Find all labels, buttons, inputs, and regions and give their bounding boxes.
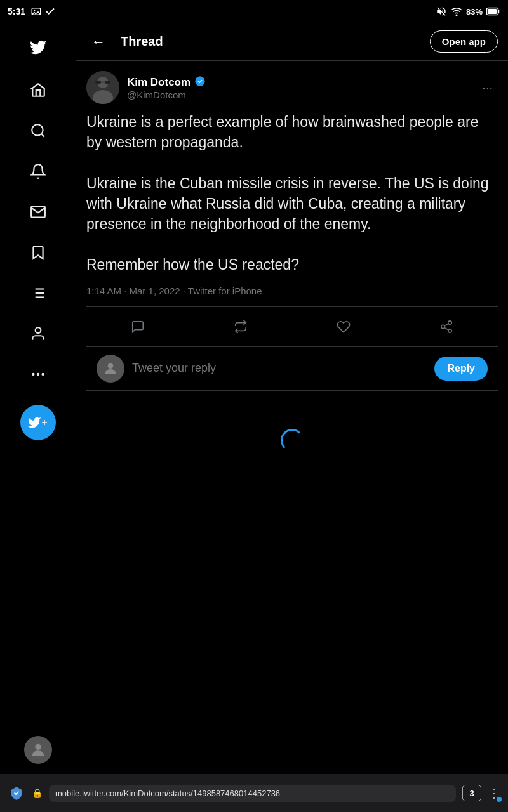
main-content: ← Thread Open app xyxy=(76,23,508,774)
loading-area xyxy=(86,391,498,490)
battery-icon xyxy=(486,7,500,16)
photo-icon xyxy=(30,6,42,17)
browser-tabs-button[interactable]: 3 xyxy=(462,785,481,801)
reply-input[interactable] xyxy=(132,362,427,375)
wifi-icon xyxy=(451,6,462,17)
share-action[interactable] xyxy=(432,315,461,339)
tweet-meta: 1:14 AM · Mar 1, 2022 · Twitter for iPho… xyxy=(86,285,498,296)
reply-submit-button[interactable]: Reply xyxy=(434,357,488,381)
author-name-row: Kim Dotcom xyxy=(127,75,469,89)
compose-button[interactable] xyxy=(20,405,56,440)
reply-avatar xyxy=(97,355,124,383)
status-time: 5:31 xyxy=(8,6,25,16)
status-bar: 5:31 83% xyxy=(0,0,508,23)
battery-level: 83% xyxy=(466,7,483,16)
sidebar-item-messages[interactable] xyxy=(20,194,56,230)
verified-icon xyxy=(194,75,206,89)
svg-point-32 xyxy=(108,363,114,369)
tweet-author-row: Kim Dotcom @KimDotcom ··· xyxy=(86,71,498,104)
browser-url[interactable]: mobile.twitter.com/KimDotcom/status/1498… xyxy=(49,785,456,802)
svg-point-2 xyxy=(456,15,457,16)
sidebar-item-home[interactable] xyxy=(20,72,56,108)
svg-point-26 xyxy=(196,76,205,86)
sidebar-item-bookmarks[interactable] xyxy=(20,235,56,270)
svg-point-19 xyxy=(35,744,41,750)
mute-icon xyxy=(436,6,447,17)
author-handle[interactable]: @KimDotcom xyxy=(127,89,469,100)
twitter-logo-icon[interactable] xyxy=(20,29,56,65)
brave-shield-icon[interactable] xyxy=(8,784,25,802)
status-right-icons: 83% xyxy=(436,6,500,17)
svg-line-30 xyxy=(444,327,448,330)
tweet-paragraph-1: Ukraine is a perfect example of how brai… xyxy=(86,114,479,150)
sidebar-item-search[interactable] xyxy=(20,113,56,148)
sidebar-item-profile[interactable] xyxy=(20,316,56,351)
sidebar xyxy=(0,23,76,774)
svg-point-14 xyxy=(32,373,34,376)
svg-rect-24 xyxy=(105,81,110,84)
user-avatar[interactable] xyxy=(24,736,52,764)
svg-line-31 xyxy=(444,323,448,325)
thread-header: ← Thread Open app xyxy=(76,23,508,61)
reply-bar: Reply xyxy=(86,347,498,391)
tweet-paragraph-3: Remember how the US reacted? xyxy=(86,256,299,273)
loading-spinner xyxy=(281,429,304,452)
thread-title: Thread xyxy=(121,34,420,49)
more-options-button[interactable]: ··· xyxy=(477,78,498,98)
svg-point-5 xyxy=(32,124,43,135)
svg-point-16 xyxy=(41,373,44,376)
sidebar-item-notifications[interactable] xyxy=(20,154,56,189)
tweet-container: Kim Dotcom @KimDotcom ··· Ukraine is a p… xyxy=(76,61,508,500)
back-button[interactable]: ← xyxy=(86,31,110,53)
lock-icon: 🔒 xyxy=(32,788,43,798)
svg-point-15 xyxy=(37,373,39,376)
author-name[interactable]: Kim Dotcom xyxy=(127,76,190,89)
author-info: Kim Dotcom @KimDotcom xyxy=(127,75,469,100)
svg-rect-23 xyxy=(95,81,101,84)
open-app-button[interactable]: Open app xyxy=(430,30,498,53)
actions-row xyxy=(86,307,498,347)
comment-action[interactable] xyxy=(123,315,152,339)
svg-point-28 xyxy=(441,325,445,329)
status-left-icons xyxy=(30,6,56,17)
browser-more-button[interactable]: ⋮ xyxy=(488,785,500,801)
author-avatar[interactable] xyxy=(86,71,119,104)
svg-rect-4 xyxy=(488,9,497,14)
svg-point-29 xyxy=(448,329,452,332)
svg-point-13 xyxy=(36,327,41,333)
svg-point-1 xyxy=(34,10,35,11)
svg-point-27 xyxy=(448,320,452,324)
sidebar-item-lists[interactable] xyxy=(20,275,56,311)
tweet-paragraph-2: Ukraine is the Cuban missile crisis in r… xyxy=(86,175,489,232)
check-icon xyxy=(44,6,56,17)
tweet-text: Ukraine is a perfect example of how brai… xyxy=(86,112,498,275)
like-action[interactable] xyxy=(329,315,358,339)
browser-bar: 🔒 mobile.twitter.com/KimDotcom/status/14… xyxy=(0,774,508,812)
retweet-action[interactable] xyxy=(226,315,255,339)
svg-line-6 xyxy=(41,134,44,137)
sidebar-item-more[interactable] xyxy=(20,357,56,392)
